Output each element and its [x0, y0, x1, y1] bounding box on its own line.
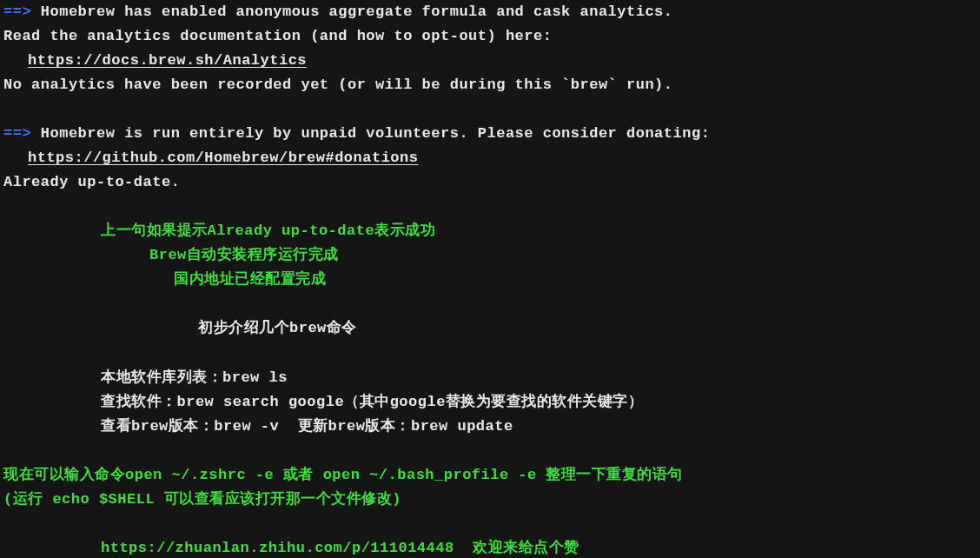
output-line: https://docs.brew.sh/Analytics — [3, 49, 977, 73]
install-complete-message: Brew自动安装程序运行完成 — [3, 243, 977, 268]
output-line: No analytics have been recorded yet (or … — [3, 73, 977, 97]
analytics-enabled-text: Homebrew has enabled anonymous aggregate… — [31, 3, 672, 20]
arrow-prefix: ==> — [3, 3, 31, 20]
blank-line — [3, 342, 977, 366]
shell-tip-text: (运行 echo $SHELL 可以查看应该打开那一个文件修改) — [3, 488, 977, 512]
terminal-output: ==> Homebrew has enabled anonymous aggre… — [0, 0, 980, 558]
donations-link[interactable]: https://github.com/Homebrew/brew#donatio… — [28, 149, 418, 166]
intro-commands-text: 初步介绍几个brew命令 — [3, 316, 977, 341]
zshrc-tip-text: 现在可以输入命令open ~/.zshrc -e 或者 open ~/.bash… — [3, 463, 977, 488]
output-line: https://github.com/Homebrew/brew#donatio… — [3, 146, 977, 170]
brew-version-help: 查看brew版本：brew -v 更新brew版本：brew update — [3, 415, 977, 439]
brew-search-help: 查找软件：brew search google（其中google替换为要查找的软… — [3, 390, 977, 415]
blank-line — [3, 97, 977, 122]
brew-ls-help: 本地软件库列表：brew ls — [3, 366, 977, 390]
config-complete-message: 国内地址已经配置完成 — [3, 268, 977, 292]
arrow-prefix: ==> — [3, 125, 31, 142]
blank-line — [3, 195, 977, 219]
volunteers-text: Homebrew is run entirely by unpaid volun… — [31, 125, 710, 142]
blank-line — [3, 439, 977, 463]
analytics-docs-link[interactable]: https://docs.brew.sh/Analytics — [28, 52, 307, 69]
zhihu-link[interactable]: https://zhuanlan.zhihu.com/p/111014448 — [101, 540, 454, 556]
output-line: ==> Homebrew is run entirely by unpaid v… — [3, 122, 977, 146]
success-message: 上一句如果提示Already up-to-date表示成功 — [3, 219, 977, 243]
output-line: Read the analytics documentation (and ho… — [3, 24, 977, 49]
blank-line — [3, 292, 977, 316]
blank-line — [3, 512, 977, 536]
like-text: 欢迎来给点个赞 — [454, 540, 579, 556]
output-line: ==> Homebrew has enabled anonymous aggre… — [3, 0, 977, 24]
output-line: https://zhuanlan.zhihu.com/p/111014448 欢… — [3, 536, 977, 558]
already-up-to-date-text: Already up-to-date. — [3, 170, 977, 195]
